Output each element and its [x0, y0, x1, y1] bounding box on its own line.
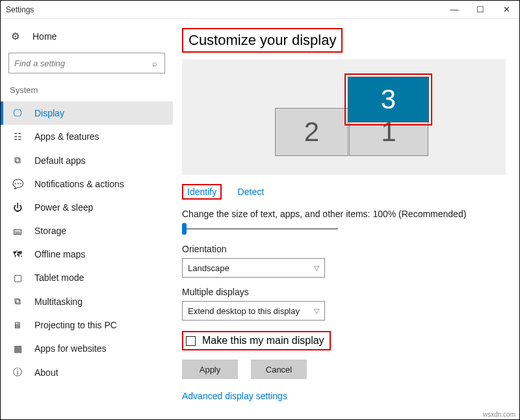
minimize-button[interactable]: —	[441, 1, 467, 19]
close-button[interactable]: ✕	[493, 1, 519, 19]
info-icon: ⓘ	[10, 367, 25, 378]
search-input[interactable]	[9, 59, 145, 68]
multitasking-icon: ⧉	[10, 296, 25, 307]
nav-label: Apps & features	[34, 131, 99, 142]
scale-slider[interactable]	[182, 223, 338, 235]
orientation-dropdown[interactable]: Landscape ▽	[182, 258, 325, 278]
nav-label: Storage	[34, 226, 66, 236]
nav-label: Projecting to this PC	[34, 320, 117, 330]
storage-icon: 🖴	[10, 226, 25, 236]
chevron-down-icon: ▽	[314, 307, 319, 315]
sidebar-item-apps-features[interactable]: ☷ Apps & features	[1, 125, 173, 148]
default-apps-icon: ⧉	[10, 155, 25, 166]
title-bar: Settings — ☐ ✕	[1, 1, 519, 19]
nav-label: Multitasking	[34, 296, 83, 307]
tablet-icon: ▢	[10, 272, 25, 283]
section-label: System	[1, 83, 173, 101]
display-links: Identify Detect	[182, 184, 506, 200]
cancel-button[interactable]: Cancel	[251, 360, 307, 379]
power-icon: ⏻	[10, 202, 25, 213]
gear-icon: ⚙	[11, 31, 20, 42]
main-panel: Customize your display 2 1 3 Identify De…	[173, 19, 519, 419]
search-icon: ⌕	[145, 59, 164, 68]
home-label: Home	[32, 31, 57, 42]
window-title: Settings	[6, 5, 34, 14]
checkbox-icon[interactable]	[186, 336, 196, 346]
sidebar-item-multitasking[interactable]: ⧉ Multitasking	[1, 289, 173, 313]
nav-label: Offline maps	[34, 249, 85, 259]
nav-label: Display	[34, 108, 64, 118]
sidebar-item-projecting[interactable]: 🖥 Projecting to this PC	[1, 313, 173, 337]
list-icon: ☷	[10, 131, 25, 142]
sidebar: ⚙ Home ⌕ System 🖵 Display ☷ Apps & featu…	[1, 19, 173, 419]
detect-link[interactable]: Detect	[234, 185, 268, 198]
search-box[interactable]: ⌕	[8, 53, 165, 73]
sidebar-item-notifications[interactable]: 💬 Notifications & actions	[1, 172, 173, 196]
nav-label: Notifications & actions	[34, 179, 124, 189]
apps-websites-icon: ▦	[10, 343, 25, 354]
sidebar-item-about[interactable]: ⓘ About	[1, 360, 173, 385]
advanced-display-settings-link[interactable]: Advanced display settings	[182, 391, 287, 401]
nav-label: Default apps	[34, 155, 86, 166]
identify-link[interactable]: Identify	[182, 184, 222, 200]
monitor-3-highlight: 3	[344, 73, 432, 125]
map-icon: 🗺	[10, 249, 25, 259]
main-display-checkbox-label: Make this my main display	[202, 335, 324, 347]
nav-label: Power & sleep	[34, 202, 93, 213]
window-controls: — ☐ ✕	[441, 1, 519, 19]
multiple-displays-value: Extend desktop to this display	[188, 306, 300, 316]
nav-label: Apps for websites	[34, 343, 107, 354]
projecting-icon: 🖥	[10, 320, 25, 330]
apply-button[interactable]: Apply	[182, 360, 238, 379]
display-icon: 🖵	[10, 108, 25, 118]
sidebar-item-apps-websites[interactable]: ▦ Apps for websites	[1, 337, 173, 360]
button-row: Apply Cancel	[182, 360, 506, 379]
scale-label: Change the size of text, apps, and other…	[182, 209, 506, 219]
page-title: Customize your display	[182, 28, 343, 53]
multiple-displays-label: Multiple displays	[182, 287, 506, 297]
nav-label: About	[34, 367, 58, 378]
sidebar-item-storage[interactable]: 🖴 Storage	[1, 219, 173, 243]
monitor-2[interactable]: 2	[275, 108, 348, 156]
orientation-label: Orientation	[182, 244, 506, 254]
watermark: wsxdn.com	[483, 411, 515, 418]
sidebar-item-display[interactable]: 🖵 Display	[1, 101, 173, 125]
notifications-icon: 💬	[10, 179, 25, 189]
nav-label: Tablet mode	[34, 272, 84, 283]
chevron-down-icon: ▽	[314, 264, 319, 272]
sidebar-item-tablet-mode[interactable]: ▢ Tablet mode	[1, 266, 173, 289]
slider-thumb[interactable]	[182, 223, 187, 235]
display-arrangement[interactable]: 2 1 3	[182, 59, 506, 175]
sidebar-item-offline-maps[interactable]: 🗺 Offline maps	[1, 243, 173, 266]
sidebar-item-default-apps[interactable]: ⧉ Default apps	[1, 148, 173, 172]
main-display-checkbox-row[interactable]: Make this my main display	[182, 331, 331, 350]
maximize-button[interactable]: ☐	[467, 1, 493, 19]
monitor-3[interactable]: 3	[348, 77, 429, 122]
sidebar-item-power-sleep[interactable]: ⏻ Power & sleep	[1, 196, 173, 219]
orientation-value: Landscape	[188, 263, 229, 273]
multiple-displays-dropdown[interactable]: Extend desktop to this display ▽	[182, 301, 325, 321]
home-button[interactable]: ⚙ Home	[1, 27, 173, 46]
slider-track	[182, 228, 338, 230]
